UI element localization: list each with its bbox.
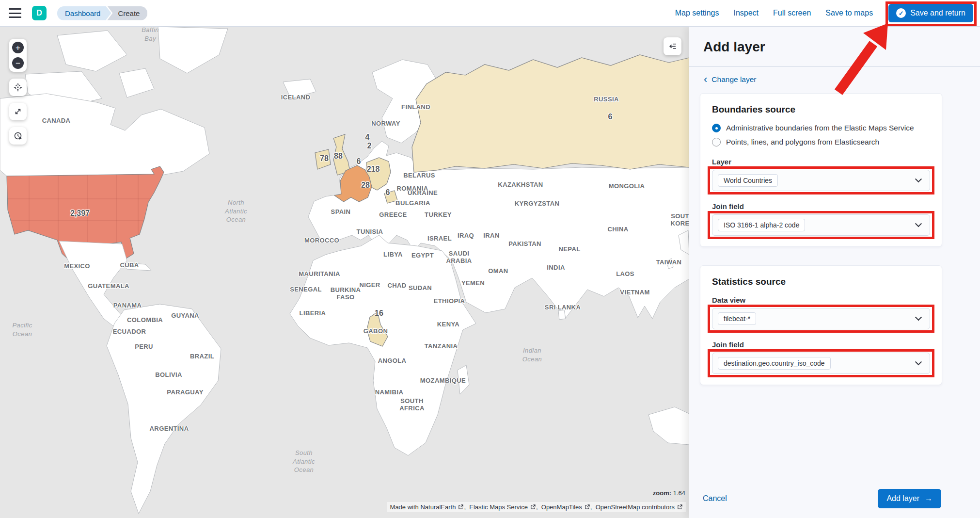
chevron-down-icon	[915, 358, 922, 365]
zoom-control-group: + −	[9, 39, 27, 72]
page-title: Add layer	[689, 27, 980, 66]
country-shape-iceland	[283, 79, 316, 98]
layer-selected-value: World Countries	[718, 174, 778, 187]
statistics-join-field-select[interactable]: destination.geo.country_iso_code	[712, 353, 930, 374]
chevron-down-icon	[915, 220, 922, 227]
external-link-icon	[677, 504, 682, 510]
external-link-icon	[530, 504, 536, 510]
add-layer-button[interactable]: Add layer →	[878, 489, 941, 508]
save-and-return-button[interactable]: ✓ Save and return	[888, 4, 973, 22]
clock-play-icon	[14, 131, 23, 141]
world-map-svg	[0, 27, 689, 518]
fit-to-bounds-button[interactable]	[9, 103, 27, 120]
radio-selected-icon	[712, 124, 721, 132]
space-badge[interactable]: D	[32, 6, 47, 20]
map-settings-link[interactable]: Map settings	[675, 9, 719, 17]
attribution-openmaptiles[interactable]: OpenMapTiles	[541, 503, 582, 511]
data-view-select[interactable]: filebeat-*	[712, 308, 930, 329]
boundaries-join-field-label: Join field	[712, 202, 930, 210]
collapse-legend-button[interactable]	[664, 37, 681, 55]
layer-select[interactable]: World Countries	[712, 170, 930, 191]
map-attribution: Made with NaturalEarth, Elastic Maps Ser…	[387, 502, 686, 512]
country-shape-ireland	[315, 149, 331, 169]
chevron-down-icon	[915, 314, 922, 321]
timeslider-button[interactable]	[9, 127, 27, 145]
zoom-indicator: zoom: 1.64	[387, 489, 685, 497]
attribution-elastic-maps[interactable]: Elastic Maps Service	[469, 503, 528, 511]
statistics-source-heading: Statistics source	[712, 276, 930, 287]
change-layer-label: Change layer	[711, 75, 756, 84]
external-link-icon	[585, 504, 590, 510]
top-header: D Dashboard Create Map settings Inspect …	[0, 0, 980, 27]
statistics-join-field-value: destination.geo.country_iso_code	[718, 357, 831, 370]
continent-shape-south-america	[107, 304, 221, 514]
boundaries-join-field-value: ISO 3166-1 alpha-2 code	[718, 219, 805, 231]
country-shape-cuba	[122, 262, 151, 271]
change-layer-link[interactable]: ‹ Change layer	[704, 75, 942, 84]
external-link-icon	[458, 504, 463, 510]
map-canvas[interactable]: CANADAICELANDNORWAYFINLANDRUSSIABELARUSU…	[0, 27, 689, 518]
map-controls: + −	[9, 39, 27, 145]
set-view-location-button[interactable]	[9, 79, 27, 96]
attribution-naturalearth[interactable]: Made with NaturalEarth	[390, 503, 456, 511]
inspect-link[interactable]: Inspect	[733, 9, 759, 17]
expand-icon	[14, 107, 22, 116]
attribution-openstreetmap[interactable]: OpenStreetMap contributors	[596, 503, 675, 511]
save-to-maps-link[interactable]: Save to maps	[825, 9, 873, 17]
country-shape-greenland	[158, 27, 228, 73]
country-shape-australia	[648, 407, 689, 445]
boundaries-join-field-select[interactable]: ISO 3166-1 alpha-2 code	[712, 214, 930, 236]
add-layer-label: Add layer	[886, 494, 919, 503]
crosshair-icon	[14, 83, 22, 92]
breadcrumb-create: Create	[107, 6, 147, 20]
country-shape-arctic-island	[119, 68, 154, 97]
country-shape-sri-lanka	[558, 310, 566, 320]
divider	[689, 66, 980, 67]
statistics-join-field-label: Join field	[712, 340, 930, 349]
radio-unselected-icon	[712, 138, 721, 146]
breadcrumb: Dashboard Create	[57, 6, 147, 20]
zoom-indicator-value: 1.64	[673, 489, 685, 497]
flyout-footer: Cancel Add layer →	[689, 489, 980, 518]
zoom-out-button[interactable]: −	[12, 57, 24, 69]
menu-icon[interactable]	[9, 8, 21, 18]
country-shape-madagascar	[458, 365, 469, 394]
country-shape-canada	[0, 94, 209, 176]
boundaries-source-card: Boundaries source Administrative boundar…	[700, 93, 942, 247]
cancel-button[interactable]: Cancel	[703, 494, 727, 503]
breadcrumb-dashboard[interactable]: Dashboard	[57, 6, 111, 20]
radio-ems-boundaries[interactable]: Administrative boundaries from the Elast…	[712, 124, 930, 132]
chevron-left-icon: ‹	[704, 76, 707, 83]
add-layer-flyout: Add layer ‹ Change layer Boundaries sour…	[689, 27, 980, 518]
map-footer: zoom: 1.64 Made with NaturalEarth, Elast…	[387, 489, 686, 512]
layer-field-label: Layer	[712, 158, 930, 166]
zoom-in-button[interactable]: +	[12, 42, 24, 53]
chevron-down-icon	[915, 176, 922, 182]
full-screen-link[interactable]: Full screen	[773, 9, 811, 17]
menu-left-icon	[668, 42, 677, 50]
data-view-field-label: Data view	[712, 296, 930, 304]
check-icon: ✓	[896, 8, 906, 18]
arrow-right-icon: →	[925, 494, 933, 503]
country-shape-united-kingdom	[333, 134, 350, 175]
radio-elasticsearch-shapes[interactable]: Points, lines, and polygons from Elastic…	[712, 138, 930, 146]
radio-es-label: Points, lines, and polygons from Elastic…	[726, 138, 879, 146]
country-shape-arctic-island	[57, 31, 127, 71]
statistics-source-card: Statistics source Data view filebeat-* J…	[700, 265, 942, 385]
boundaries-source-heading: Boundaries source	[712, 104, 930, 115]
radio-ems-label: Administrative boundaries from the Elast…	[726, 124, 914, 132]
country-shape-russia	[412, 55, 689, 172]
save-and-return-label: Save and return	[910, 9, 965, 17]
zoom-indicator-label: zoom:	[653, 489, 671, 497]
data-view-selected-value: filebeat-*	[718, 312, 756, 325]
